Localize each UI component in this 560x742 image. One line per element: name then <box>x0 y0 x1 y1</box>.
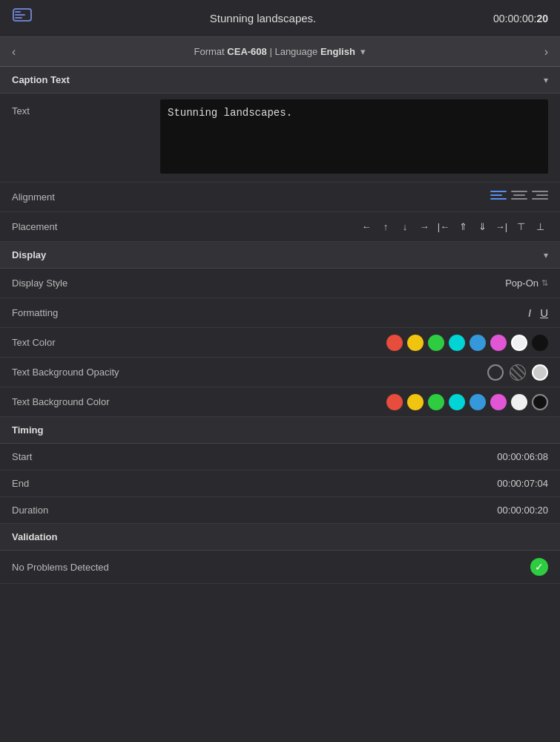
bg-color-magenta[interactable] <box>490 394 507 410</box>
svg-rect-5 <box>490 194 502 196</box>
align-left-button[interactable] <box>490 189 507 205</box>
bg-color-cyan[interactable] <box>449 394 465 410</box>
no-problems-label: No Problems Detected <box>12 562 530 573</box>
format-value: CEA-608 <box>227 46 266 57</box>
text-row: Text Stunning landscapes. <box>0 93 560 183</box>
placement-right-button[interactable]: → <box>416 219 432 235</box>
end-row: End 00:00:07:04 <box>0 470 560 497</box>
language-dropdown-icon[interactable]: ▾ <box>360 46 366 57</box>
timing-label: Timing <box>12 424 43 436</box>
alignment-row: Alignment <box>0 183 560 212</box>
bg-color-yellow[interactable] <box>407 394 424 410</box>
svg-rect-6 <box>490 198 507 200</box>
no-problems-row: No Problems Detected ✓ <box>0 551 560 584</box>
caption-textarea[interactable]: Stunning landscapes. <box>160 99 548 174</box>
text-bg-color-circles <box>160 394 548 410</box>
bg-color-green[interactable] <box>428 394 444 410</box>
timing-section-header: Timing <box>0 417 560 444</box>
alignment-buttons <box>160 189 548 205</box>
svg-rect-7 <box>511 191 527 192</box>
format-bar-content: Format CEA-608 | Language English ▾ <box>22 46 538 57</box>
placement-last-col-button[interactable]: →| <box>493 219 510 235</box>
end-value: 00:00:07:04 <box>160 478 548 489</box>
placement-up-button[interactable]: ↑ <box>378 219 394 235</box>
end-label: End <box>12 478 160 489</box>
text-color-row: Text Color <box>0 328 560 358</box>
format-bar: ‹ Format CEA-608 | Language English ▾ › <box>0 37 560 67</box>
caption-text-section-header[interactable]: Caption Text ▾ <box>0 67 560 93</box>
bg-color-blue[interactable] <box>470 394 486 410</box>
alignment-label: Alignment <box>12 191 160 203</box>
start-value: 00:00:06:08 <box>160 451 548 462</box>
display-style-label: Display Style <box>12 278 160 289</box>
format-prev-button[interactable]: ‹ <box>6 42 22 62</box>
start-row: Start 00:00:06:08 <box>0 444 560 470</box>
color-magenta[interactable] <box>490 335 507 351</box>
text-bg-color-row: Text Background Color <box>0 387 560 417</box>
validation-label: Validation <box>12 531 57 542</box>
duration-row: Duration 00:00:00:20 <box>0 497 560 524</box>
align-right-button[interactable] <box>532 189 548 205</box>
placement-last-row-button[interactable]: ⊥ <box>532 219 548 235</box>
duration-value: 00:00:00:20 <box>160 505 548 516</box>
svg-rect-1 <box>15 11 21 13</box>
display-style-row: Display Style Pop-On ⇅ <box>0 269 560 298</box>
display-label: Display <box>12 249 46 260</box>
opacity-solid[interactable] <box>532 364 548 381</box>
display-chevron: ▾ <box>544 250 548 260</box>
color-blue[interactable] <box>470 335 486 351</box>
placement-down-button[interactable]: ↓ <box>397 219 413 235</box>
italic-button[interactable]: I <box>528 306 531 319</box>
placement-left-button[interactable]: ← <box>358 219 375 235</box>
formatting-buttons: I U <box>160 306 548 319</box>
opacity-icons <box>160 364 548 381</box>
bg-color-black[interactable] <box>532 394 548 410</box>
display-style-dropdown[interactable]: Pop-On ⇅ <box>505 278 548 289</box>
bg-color-red[interactable] <box>386 394 403 410</box>
caption-text-chevron: ▾ <box>544 75 548 85</box>
svg-rect-4 <box>490 191 507 192</box>
svg-rect-12 <box>532 198 548 200</box>
underline-button[interactable]: U <box>540 306 548 319</box>
header-title: Stunning landscapes. <box>210 12 316 24</box>
color-white[interactable] <box>511 335 527 351</box>
text-label: Text <box>12 99 160 116</box>
color-black[interactable] <box>532 335 548 351</box>
bg-color-white[interactable] <box>511 394 527 410</box>
color-red[interactable] <box>386 335 403 351</box>
language-value: English <box>320 46 355 57</box>
placement-first-col-button[interactable]: |← <box>435 219 452 235</box>
duration-label: Duration <box>12 505 160 516</box>
format-label: Format <box>194 46 225 57</box>
svg-rect-2 <box>15 14 25 16</box>
header-time: 00:00:00:20 <box>493 13 548 24</box>
placement-top-button[interactable]: ⇑ <box>455 219 471 235</box>
svg-rect-11 <box>536 194 548 196</box>
text-bg-opacity-label: Text Background Opacity <box>12 367 160 378</box>
display-section-header[interactable]: Display ▾ <box>0 242 560 269</box>
header: Stunning landscapes. 00:00:00:20 <box>0 0 560 37</box>
svg-rect-10 <box>532 191 548 192</box>
svg-rect-8 <box>513 194 525 196</box>
language-label: Language <box>274 46 317 57</box>
check-icon: ✓ <box>530 558 548 576</box>
formatting-row: Formatting I U <box>0 298 560 328</box>
color-yellow[interactable] <box>407 335 424 351</box>
svg-rect-9 <box>511 198 527 200</box>
opacity-semi[interactable] <box>510 364 526 381</box>
placement-first-row-button[interactable]: ⊤ <box>513 219 529 235</box>
caption-text-label: Caption Text <box>12 74 70 85</box>
opacity-transparent[interactable] <box>487 364 504 381</box>
color-cyan[interactable] <box>449 335 465 351</box>
align-center-button[interactable] <box>511 189 527 205</box>
placement-row: Placement ← ↑ ↓ → |← ⇑ ⇓ →| ⊤ ⊥ <box>0 212 560 242</box>
text-color-circles <box>160 335 548 351</box>
start-label: Start <box>12 451 160 462</box>
text-color-label: Text Color <box>12 337 160 348</box>
display-style-updown-icon: ⇅ <box>541 278 548 288</box>
text-bg-opacity-row: Text Background Opacity <box>0 358 560 387</box>
format-next-button[interactable]: › <box>538 42 554 62</box>
placement-bottom-button[interactable]: ⇓ <box>474 219 490 235</box>
formatting-label: Formatting <box>12 307 160 318</box>
color-green[interactable] <box>428 335 444 351</box>
